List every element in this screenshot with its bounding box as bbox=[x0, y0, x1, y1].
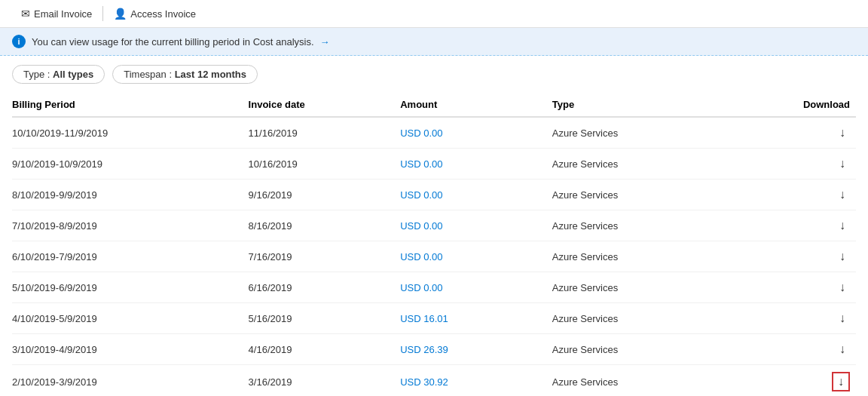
email-invoice-button[interactable]: ✉ Email Invoice bbox=[12, 5, 101, 23]
cell-download: ↓ bbox=[738, 149, 856, 180]
table-row: 6/10/2019-7/9/20197/16/2019USD 0.00Azure… bbox=[12, 241, 856, 272]
col-header-type: Type bbox=[552, 93, 738, 117]
cell-invoice-date: 5/16/2019 bbox=[249, 303, 401, 334]
cell-invoice-date: 7/16/2019 bbox=[249, 241, 401, 272]
invoices-table-container: Billing Period Invoice date Amount Type … bbox=[0, 93, 868, 396]
table-row: 7/10/2019-8/9/20198/16/2019USD 0.00Azure… bbox=[12, 210, 856, 241]
table-row: 9/10/2019-10/9/201910/16/2019USD 0.00Azu… bbox=[12, 149, 856, 180]
table-row: 8/10/2019-9/9/20199/16/2019USD 0.00Azure… bbox=[12, 180, 856, 210]
cell-billing-period: 9/10/2019-10/9/2019 bbox=[12, 149, 249, 180]
cell-billing-period: 7/10/2019-8/9/2019 bbox=[12, 210, 249, 241]
type-filter-button[interactable]: Type : All types bbox=[12, 65, 105, 84]
cell-invoice-date: 8/16/2019 bbox=[249, 210, 401, 241]
cell-download: ↓ bbox=[738, 180, 856, 210]
download-icon: ↓ bbox=[839, 126, 845, 139]
table-row: 5/10/2019-6/9/20196/16/2019USD 0.00Azure… bbox=[12, 272, 856, 303]
invoices-table: Billing Period Invoice date Amount Type … bbox=[12, 93, 856, 396]
cell-type: Azure Services bbox=[552, 117, 738, 149]
download-button[interactable]: ↓ bbox=[835, 155, 850, 172]
table-row: 2/10/2019-3/9/20193/16/2019USD 30.92Azur… bbox=[12, 365, 856, 397]
cell-billing-period: 5/10/2019-6/9/2019 bbox=[12, 272, 249, 303]
cell-amount[interactable]: USD 30.92 bbox=[400, 365, 552, 397]
download-button[interactable]: ↓ bbox=[835, 248, 850, 265]
cell-invoice-date: 4/16/2019 bbox=[249, 334, 401, 365]
cell-billing-period: 2/10/2019-3/9/2019 bbox=[12, 365, 249, 397]
download-button[interactable]: ↓ bbox=[835, 279, 850, 296]
cell-invoice-date: 9/16/2019 bbox=[249, 180, 401, 210]
person-icon: 👤 bbox=[114, 8, 127, 20]
cell-download: ↓ bbox=[738, 303, 856, 334]
cell-invoice-date: 11/16/2019 bbox=[249, 117, 401, 149]
download-button[interactable]: ↓ bbox=[835, 124, 850, 141]
cell-billing-period: 10/10/2019-11/9/2019 bbox=[12, 117, 249, 149]
cell-download: ↓ bbox=[738, 272, 856, 303]
cell-billing-period: 8/10/2019-9/9/2019 bbox=[12, 180, 249, 210]
cell-type: Azure Services bbox=[552, 303, 738, 334]
info-icon: i bbox=[12, 35, 26, 48]
banner-message: You can view usage for the current billi… bbox=[32, 36, 314, 48]
cell-amount[interactable]: USD 0.00 bbox=[400, 272, 552, 303]
banner-link[interactable]: → bbox=[320, 36, 330, 48]
table-row: 10/10/2019-11/9/201911/16/2019USD 0.00Az… bbox=[12, 117, 856, 149]
cell-type: Azure Services bbox=[552, 334, 738, 365]
toolbar-divider bbox=[102, 6, 103, 21]
type-filter-label: Type : All types bbox=[23, 69, 93, 80]
timespan-filter-button[interactable]: Timespan : Last 12 months bbox=[112, 65, 258, 84]
cell-type: Azure Services bbox=[552, 241, 738, 272]
info-banner: i You can view usage for the current bil… bbox=[0, 28, 868, 56]
access-invoice-button[interactable]: 👤 Access Invoice bbox=[105, 5, 205, 23]
cell-invoice-date: 3/16/2019 bbox=[249, 365, 401, 397]
cell-amount[interactable]: USD 0.00 bbox=[400, 210, 552, 241]
download-button[interactable]: ↓ bbox=[835, 310, 850, 327]
cell-download: ↓ bbox=[738, 334, 856, 365]
cell-billing-period: 4/10/2019-5/9/2019 bbox=[12, 303, 249, 334]
timespan-filter-label: Timespan : Last 12 months bbox=[124, 69, 246, 80]
cell-amount[interactable]: USD 0.00 bbox=[400, 117, 552, 149]
cell-download: ↓ bbox=[738, 365, 856, 397]
table-row: 4/10/2019-5/9/20195/16/2019USD 16.01Azur… bbox=[12, 303, 856, 334]
table-header-row: Billing Period Invoice date Amount Type … bbox=[12, 93, 856, 117]
cell-download: ↓ bbox=[738, 241, 856, 272]
cell-type: Azure Services bbox=[552, 180, 738, 210]
cell-type: Azure Services bbox=[552, 272, 738, 303]
cell-amount[interactable]: USD 0.00 bbox=[400, 149, 552, 180]
download-icon: ↓ bbox=[839, 219, 845, 232]
download-icon: ↓ bbox=[839, 281, 845, 293]
col-header-billing-period: Billing Period bbox=[12, 93, 249, 117]
download-icon: ↓ bbox=[839, 188, 845, 201]
toolbar: ✉ Email Invoice 👤 Access Invoice bbox=[0, 0, 868, 28]
email-icon: ✉ bbox=[21, 8, 30, 20]
download-icon: ↓ bbox=[839, 342, 845, 355]
cell-amount[interactable]: USD 0.00 bbox=[400, 180, 552, 210]
cell-invoice-date: 6/16/2019 bbox=[249, 272, 401, 303]
cell-type: Azure Services bbox=[552, 365, 738, 397]
download-icon: ↓ bbox=[839, 250, 845, 262]
cell-download: ↓ bbox=[738, 210, 856, 241]
cell-download: ↓ bbox=[738, 117, 856, 149]
cell-type: Azure Services bbox=[552, 210, 738, 241]
download-button[interactable]: ↓ bbox=[832, 372, 850, 391]
download-button[interactable]: ↓ bbox=[835, 186, 850, 203]
cell-invoice-date: 10/16/2019 bbox=[249, 149, 401, 180]
cell-type: Azure Services bbox=[552, 149, 738, 180]
filters-bar: Type : All types Timespan : Last 12 mont… bbox=[0, 56, 868, 93]
cell-amount[interactable]: USD 0.00 bbox=[400, 241, 552, 272]
download-button[interactable]: ↓ bbox=[835, 341, 850, 358]
download-icon: ↓ bbox=[838, 375, 844, 388]
cell-billing-period: 3/10/2019-4/9/2019 bbox=[12, 334, 249, 365]
col-header-download: Download bbox=[738, 93, 856, 117]
access-invoice-label: Access Invoice bbox=[130, 8, 196, 20]
download-icon: ↓ bbox=[839, 157, 845, 170]
col-header-invoice-date: Invoice date bbox=[249, 93, 401, 117]
download-button[interactable]: ↓ bbox=[835, 217, 850, 234]
email-invoice-label: Email Invoice bbox=[34, 8, 92, 20]
cell-amount[interactable]: USD 26.39 bbox=[400, 334, 552, 365]
col-header-amount: Amount bbox=[400, 93, 552, 117]
cell-amount[interactable]: USD 16.01 bbox=[400, 303, 552, 334]
download-icon: ↓ bbox=[839, 312, 845, 324]
cell-billing-period: 6/10/2019-7/9/2019 bbox=[12, 241, 249, 272]
table-row: 3/10/2019-4/9/20194/16/2019USD 26.39Azur… bbox=[12, 334, 856, 365]
